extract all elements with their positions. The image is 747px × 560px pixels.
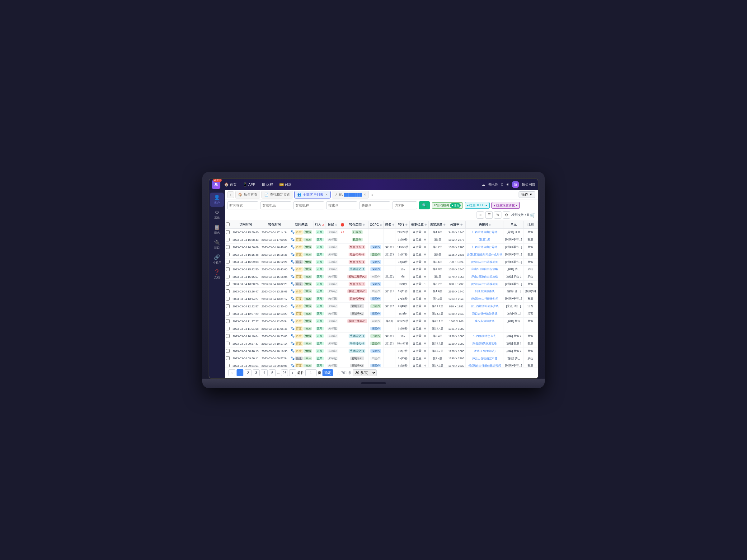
convert-type: 手动转化+1: [346, 348, 368, 355]
resolution: 750 X 1624: [447, 259, 466, 266]
sidebar-item-docs[interactable]: ❓ 文档: [210, 267, 224, 282]
grid-btn[interactable]: ≡: [476, 211, 484, 219]
red-count: [339, 332, 346, 340]
prev-page-btn[interactable]: ‹: [229, 369, 235, 376]
keyword: 攻略江西(整源谷): [466, 348, 504, 355]
tab-home[interactable]: 🏠 后台首页: [235, 191, 260, 198]
page-btn-1[interactable]: 1: [236, 369, 243, 376]
row-checkbox[interactable]: [225, 340, 231, 348]
keyword: (数源)自由行最佳时间: [466, 259, 504, 266]
row-checkbox[interactable]: [225, 332, 231, 340]
tab-more[interactable]: »: [371, 193, 373, 196]
tab-close-customers[interactable]: ✕: [325, 193, 328, 196]
row-checkbox[interactable]: [225, 266, 231, 273]
source: 🐾百度https: [289, 303, 313, 310]
tab-all-customers[interactable]: 👥 全部客户列表 ✕: [294, 191, 331, 198]
depth: 第17.2层: [428, 362, 447, 367]
payment-icon: 💳: [279, 182, 284, 187]
row-checkbox[interactable]: [225, 303, 231, 310]
source: 🐾百度https: [289, 266, 313, 273]
select-all-header[interactable]: [225, 221, 231, 229]
keyword: 江西旅游自由行导游: [466, 229, 504, 236]
row-checkbox[interactable]: [225, 310, 231, 318]
operations-btn[interactable]: 操作 ▼: [518, 191, 535, 198]
time-filter-input[interactable]: [227, 201, 258, 209]
red-count: [339, 310, 346, 318]
convert-time: 2023-03-04 13:32:29: [260, 281, 289, 288]
row-checkbox[interactable]: [225, 348, 231, 355]
row-checkbox[interactable]: [225, 251, 231, 259]
ip-filter-input[interactable]: [392, 201, 417, 209]
red-count: [339, 303, 346, 310]
keyword: 坐火车旅游攻略: [466, 318, 504, 325]
sidebar-item-system[interactable]: ⚙ 系统: [210, 208, 224, 222]
refresh-btn[interactable]: ↻: [494, 211, 501, 219]
table-row: 2023-03-04 13:14:27 2023-03-04 13:31:17 …: [225, 295, 538, 303]
rank: 第1页2: [383, 303, 396, 310]
list-btn[interactable]: ☰: [485, 211, 493, 219]
table-row: 2023-03-04 08:46:13 2023-03-04 10:16:30 …: [225, 348, 538, 355]
nickname-filter-input[interactable]: [293, 201, 324, 209]
row-checkbox[interactable]: [225, 295, 231, 303]
nav-home[interactable]: 🏠 首页: [222, 181, 239, 188]
tab-back[interactable]: ‹: [227, 191, 234, 198]
row-checkbox[interactable]: [225, 273, 231, 281]
red-count: [339, 251, 346, 259]
app-logo[interactable]: 顺 v2.112: [212, 180, 221, 189]
row-checkbox[interactable]: [225, 325, 231, 332]
remote-icon: 🖥: [261, 182, 265, 187]
page-btn-2[interactable]: 2: [244, 369, 252, 376]
deep-convert-btn[interactable]: ● 拉量深度转化 ●: [491, 202, 520, 209]
phone-filter-input[interactable]: [260, 201, 291, 209]
table-row: 2023-03-04 09:27:47 2023-03-04 10:17:14 …: [225, 340, 538, 348]
resolution: 3440 X 1440: [447, 229, 466, 236]
row-checkbox[interactable]: [225, 281, 231, 288]
ip-detect-toggle[interactable]: ● 开启: [450, 203, 460, 208]
sidebar-item-interface[interactable]: 🔌 接口: [210, 237, 224, 252]
settings-icon[interactable]: ⚙: [500, 183, 504, 187]
page-btn-5[interactable]: 5: [269, 369, 276, 376]
transfer-tab-icon: ↗: [335, 193, 337, 196]
search-term-input[interactable]: [326, 201, 357, 209]
ocpc-btn[interactable]: ● 拉量OCPC ●: [465, 202, 490, 209]
source: 🐾巅流https: [289, 355, 313, 362]
nav-remote[interactable]: 🖥 远程: [259, 181, 276, 188]
row-checkbox[interactable]: [225, 318, 231, 325]
transfer: 6s|8秒: [396, 310, 410, 318]
page-btn-3[interactable]: 3: [253, 369, 260, 376]
position: 🖥位置：0: [410, 332, 428, 340]
row-checkbox[interactable]: [225, 229, 231, 236]
row-checkbox[interactable]: [225, 288, 231, 295]
transfer: 7秒: [396, 273, 410, 281]
row-checkbox[interactable]: [225, 244, 231, 251]
page-btn-4[interactable]: 4: [261, 369, 268, 376]
unit: [攻略] 整源 2: [504, 340, 523, 348]
sidebar-item-miniapp[interactable]: 🔗 小程序: [210, 252, 224, 267]
goto-input[interactable]: [305, 369, 316, 376]
row-checkbox[interactable]: [225, 236, 231, 244]
ocpc: 未固作: [368, 288, 383, 295]
convert-time: 2023-03-04 12:13:20: [260, 310, 289, 318]
goto-confirm-btn[interactable]: 确定: [323, 369, 333, 376]
row-checkbox[interactable]: [225, 259, 231, 266]
settings2-btn[interactable]: ⚙: [503, 211, 510, 219]
row-checkbox[interactable]: [225, 362, 231, 367]
page-btn-26[interactable]: 26: [281, 369, 288, 376]
nav-payment[interactable]: 💳 付款: [277, 181, 294, 188]
col-convert-time: 转化时间: [260, 221, 289, 229]
tab-transfer[interactable]: ↗ 转: ████████ ✕: [332, 191, 369, 198]
sidebar-item-customers[interactable]: 👤 客户: [210, 193, 224, 207]
keyword-filter-input[interactable]: [359, 201, 390, 209]
sidebar-item-logs[interactable]: 📋 日志: [210, 222, 224, 237]
row-checkbox[interactable]: [225, 355, 231, 362]
tab-find-page[interactable]: 📄 查找指定页面: [261, 191, 293, 198]
ocpc: 未固作: [368, 355, 383, 362]
per-page-select[interactable]: 30 条/页 50 条/页 100 条/页: [353, 369, 377, 376]
keyword: (数源)自由行最佳旅游时间: [466, 362, 504, 367]
search-button[interactable]: 🔍: [419, 201, 430, 209]
next-page-btn[interactable]: ›: [289, 369, 296, 376]
tab-close-transfer[interactable]: ✕: [364, 193, 366, 196]
user-avatar[interactable]: 顶: [512, 181, 519, 188]
nav-app[interactable]: 📱 APP: [240, 181, 258, 188]
table-row: 2023-03-04 10:10:04 2023-03-04 10:23:06 …: [225, 332, 538, 340]
